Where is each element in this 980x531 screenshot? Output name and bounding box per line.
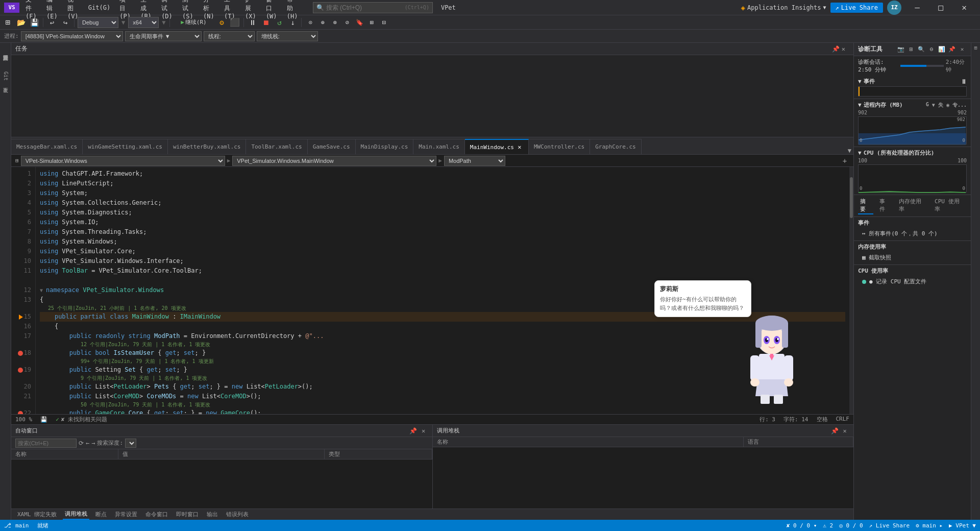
call-stack-close[interactable]: ✕	[840, 426, 849, 436]
tab-overflow-button[interactable]: ▼	[848, 147, 851, 154]
step-over-button[interactable]: ⏸	[247, 17, 258, 28]
search-bar[interactable]: 🔍 (Ctrl+Q)	[313, 2, 433, 13]
restart-button[interactable]: ↺	[274, 17, 285, 28]
auto-search-input[interactable]	[15, 439, 77, 448]
toolbar-btn-4[interactable]: ⊘	[341, 17, 353, 28]
task-panel-pin[interactable]: 📌	[832, 45, 840, 53]
stop-button[interactable]: ⏹	[260, 17, 272, 28]
member-dropdown[interactable]: ModPath	[444, 156, 505, 166]
toolbar-redo[interactable]: ↪	[60, 17, 71, 28]
status-errors[interactable]: ✘ 0 / 0 ▾	[787, 522, 817, 529]
toolbar-save[interactable]: 💾	[29, 17, 40, 28]
events-pause-btn[interactable]: ⏸	[961, 78, 967, 85]
status-live-share[interactable]: ↗ Live Share	[869, 522, 910, 529]
diag-tab-cpu[interactable]: CPU 使用率	[933, 197, 967, 214]
toolbar-btn-3[interactable]: ⊗	[329, 17, 340, 28]
toolbar-new[interactable]: ⊞	[2, 17, 13, 28]
class-dropdown[interactable]: VPet_Simulator.Windows.MainWindow	[232, 156, 436, 166]
process-dropdown[interactable]: [48836] VPet-Simulator.Window	[21, 31, 123, 41]
editor-scrollbar[interactable]	[849, 167, 853, 414]
toolbar-undo[interactable]: ↩	[46, 17, 58, 28]
status-messages[interactable]: ◎ 0 / 0	[839, 522, 863, 529]
platform-dropdown[interactable]: x64	[128, 17, 159, 28]
bottom-tab-exceptions[interactable]: 异常设置	[113, 510, 139, 519]
tab-gamesave[interactable]: GameSave.cs	[308, 139, 356, 154]
snapshot-item[interactable]: ▦ 截取快照	[858, 253, 967, 262]
task-panel-close[interactable]: ✕	[842, 45, 845, 53]
search-back-btn[interactable]: ←	[86, 440, 89, 447]
tab-mainwindow[interactable]: MainWindow.cs ✕	[465, 139, 529, 154]
live-share-button[interactable]: ↗ Live Share	[830, 3, 883, 13]
diag-pin[interactable]: 📌	[947, 45, 957, 54]
tab-messagebar[interactable]: MessageBar.xaml.cs	[11, 139, 83, 154]
toolbar-btn-5[interactable]: 🔖	[354, 17, 365, 28]
diag-tool-chart[interactable]: 📊	[937, 45, 946, 54]
debug-config-dropdown[interactable]: Debug	[78, 17, 118, 28]
tab-mainwindow-close[interactable]: ✕	[516, 143, 523, 151]
sidebar-solution[interactable]: 解决方案资源管理器	[1, 47, 10, 55]
tab-main-xaml[interactable]: Main.xaml.cs	[413, 139, 464, 154]
memory-chevron[interactable]: ▼	[858, 102, 862, 108]
diag-tab-summary[interactable]: 摘要	[858, 197, 873, 214]
bottom-tab-errors[interactable]: 错误列表	[224, 510, 251, 519]
tab-maindisplay[interactable]: MainDisplay.cs	[356, 139, 414, 154]
bottom-tab-xaml[interactable]: XAML 绑定失败	[15, 510, 59, 519]
tab-mwcontroller[interactable]: MWController.cs	[529, 139, 590, 154]
memory-spec-btn[interactable]: ◉ 专...	[946, 102, 967, 109]
path-add-button[interactable]: +	[840, 156, 849, 165]
app-insights-button[interactable]: ◈ Application Insights ▼	[737, 2, 830, 13]
status-vpet[interactable]: ▶ VPet ▼	[949, 522, 976, 529]
toolbar-btn-1[interactable]: ⊙	[305, 17, 316, 28]
toolbar-settings[interactable]: ⚙	[216, 17, 227, 28]
bottom-tab-immediate[interactable]: 即时窗口	[174, 510, 201, 519]
search-go-btn[interactable]: ⟳	[79, 440, 84, 447]
diag-tool-grid[interactable]: ⊞	[906, 45, 916, 54]
diag-tool-cam[interactable]: 📷	[896, 45, 905, 54]
memory-filter-btn[interactable]: ▼ 失	[932, 102, 943, 109]
search-forward-btn[interactable]: →	[91, 440, 95, 447]
tab-wingamesetting[interactable]: winGameSetting.xaml.cs	[83, 139, 168, 154]
minimize-button[interactable]: —	[905, 0, 929, 15]
diag-tab-events[interactable]: 事件	[877, 197, 893, 214]
cpu-chevron[interactable]: ▼	[858, 150, 862, 156]
toolbar-btn-6[interactable]: ⊞	[366, 17, 377, 28]
search-input[interactable]	[326, 4, 403, 11]
bottom-tab-callstack[interactable]: 调用堆栈	[63, 509, 89, 520]
sidebar-git[interactable]: Git 更改	[1, 67, 10, 88]
diag-close[interactable]: ✕	[958, 45, 967, 54]
auto-panel-close[interactable]: ✕	[419, 426, 428, 436]
menu-git[interactable]: Git(G)	[84, 2, 114, 13]
scrollbar-thumb[interactable]	[850, 177, 853, 218]
diag-tool-zoom-in[interactable]: 🔍	[917, 45, 926, 54]
call-stack-pin[interactable]: 📌	[830, 426, 839, 436]
step-button[interactable]: ↓	[287, 17, 298, 28]
git-branch-label[interactable]: main	[15, 522, 29, 529]
bottom-tab-breakpoints[interactable]: 断点	[93, 510, 109, 519]
close-button[interactable]: ✕	[952, 0, 976, 15]
status-warnings[interactable]: ⚠ 2	[823, 522, 833, 529]
toolbar-extra[interactable]: ⬛	[229, 17, 240, 28]
lifecycle-dropdown[interactable]: 生命周期事件 ▼	[125, 31, 202, 41]
diag-tab-memory[interactable]: 内存使用率	[897, 197, 928, 214]
toolbar-btn-7[interactable]: ⊟	[378, 17, 389, 28]
toolbar-btn-2[interactable]: ⊕	[317, 17, 328, 28]
namespace-dropdown[interactable]: VPet-Simulator.Windows	[21, 156, 225, 166]
memory-g-btn[interactable]: G	[926, 102, 929, 109]
tab-graphcore[interactable]: GraphCore.cs	[590, 139, 641, 154]
thread-dropdown[interactable]: 线程:	[204, 31, 255, 41]
stack-dropdown[interactable]: 增线栈:	[257, 31, 318, 41]
status-project[interactable]: ⚙ main ▸	[916, 522, 943, 529]
events-chevron[interactable]: ▼	[858, 78, 862, 85]
tab-toolbar[interactable]: ToolBar.xaml.cs	[246, 139, 307, 154]
diag-tool-zoom-out[interactable]: ⊖	[927, 45, 936, 54]
error-status[interactable]: ✓ ✘ 未找到相关问题	[56, 416, 107, 423]
continue-button[interactable]: ▶ 继续(R)	[173, 17, 214, 28]
bottom-tab-output[interactable]: 输出	[205, 510, 220, 519]
auto-panel-pin[interactable]: 📌	[409, 426, 418, 436]
tab-winbetterbuy[interactable]: winBetterBuy.xaml.cs	[168, 139, 246, 154]
search-depth-dropdown[interactable]	[125, 439, 136, 448]
bottom-tab-command[interactable]: 命令窗口	[143, 510, 170, 519]
maximize-button[interactable]: □	[929, 0, 952, 15]
right-sidebar-icon-1[interactable]: ⊞	[974, 45, 977, 51]
toolbar-open[interactable]: 📂	[15, 17, 27, 28]
